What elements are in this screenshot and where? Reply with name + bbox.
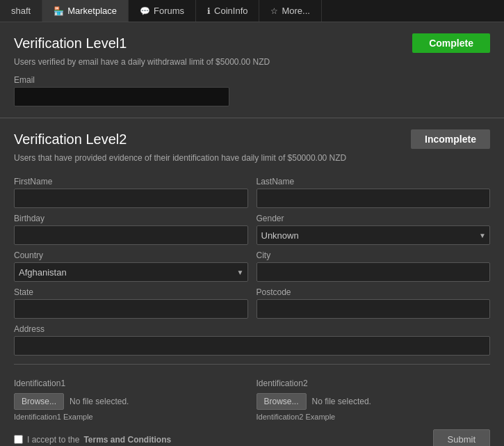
- level1-header: Verification Level1 Complete: [14, 33, 490, 53]
- email-label: Email: [14, 75, 490, 85]
- submit-button[interactable]: Submit: [433, 429, 490, 446]
- main-content: Verification Level1 Complete Users verif…: [0, 22, 504, 446]
- marketplace-icon: 🏪: [54, 6, 64, 16]
- id1-label: Identification1: [14, 379, 248, 388]
- level1-title: Verification Level1: [14, 35, 127, 51]
- address-input[interactable]: [14, 336, 490, 356]
- firstname-label: FirstName: [14, 177, 248, 186]
- city-input[interactable]: [257, 262, 491, 282]
- lastname-col: LastName: [257, 171, 491, 208]
- marketplace-label: Marketplace: [67, 6, 117, 16]
- birthday-gender-row: Birthday Gender Unknown Male Female: [14, 208, 490, 245]
- id2-filename: No file selected.: [312, 397, 371, 406]
- terms-checkbox[interactable]: [14, 435, 23, 444]
- country-select-wrapper: Afghanistan: [14, 262, 248, 282]
- level2-title: Verification Level2: [14, 132, 127, 148]
- lastname-input[interactable]: [257, 189, 491, 208]
- state-label: State: [14, 287, 248, 297]
- coininfo-label: CoinInfo: [214, 6, 247, 16]
- verification-level2-section: Verification Level2 Incomplete Users tha…: [0, 118, 504, 446]
- more-label: More...: [282, 6, 309, 16]
- birthday-col: Birthday: [14, 208, 248, 245]
- level2-badge: Incomplete: [411, 129, 490, 149]
- id1-file-row: Browse... No file selected.: [14, 393, 248, 410]
- tab-coininfo[interactable]: ℹ CoinInfo: [196, 0, 259, 22]
- coininfo-icon: ℹ: [207, 6, 211, 16]
- gender-label: Gender: [257, 214, 491, 223]
- tab-forums[interactable]: 💬 Forums: [129, 0, 196, 22]
- postcode-col: Postcode: [257, 282, 491, 319]
- divider: [14, 364, 490, 365]
- state-input[interactable]: [14, 299, 248, 319]
- nav-tabs: shaft 🏪 Marketplace 💬 Forums ℹ CoinInfo …: [0, 0, 504, 22]
- id2-browse-button[interactable]: Browse...: [257, 393, 307, 410]
- id1-col: Identification1 Browse... No file select…: [14, 373, 248, 421]
- state-postcode-row: State Postcode: [14, 282, 490, 319]
- terms-link[interactable]: Terms and Conditions: [83, 435, 171, 445]
- more-icon: ☆: [270, 6, 278, 16]
- birthday-input[interactable]: [14, 225, 248, 245]
- birthday-label: Birthday: [14, 214, 248, 223]
- lastname-label: LastName: [257, 177, 491, 186]
- id2-example: Identification2 Example: [257, 413, 491, 421]
- firstname-col: FirstName: [14, 171, 248, 208]
- gender-col: Gender Unknown Male Female: [257, 208, 491, 245]
- forums-icon: 💬: [140, 6, 150, 16]
- id1-filename: No file selected.: [70, 397, 129, 406]
- country-label: Country: [14, 250, 248, 260]
- level1-description: Users verified by email have a daily wit…: [14, 57, 490, 67]
- name-row: FirstName LastName: [14, 171, 490, 208]
- tab-marketplace[interactable]: 🏪 Marketplace: [42, 0, 129, 22]
- postcode-input[interactable]: [257, 299, 491, 319]
- verification-level1-section: Verification Level1 Complete Users verif…: [0, 22, 504, 118]
- city-col: City: [257, 245, 491, 282]
- postcode-label: Postcode: [257, 287, 491, 297]
- state-col: State: [14, 282, 248, 319]
- gender-select[interactable]: Unknown Male Female: [257, 225, 491, 245]
- gender-select-wrapper: Unknown Male Female: [257, 225, 491, 245]
- shaft-label: shaft: [11, 6, 31, 16]
- id1-browse-button[interactable]: Browse...: [14, 393, 64, 410]
- terms-label[interactable]: I accept to the Terms and Conditions: [14, 435, 171, 445]
- id1-example: Identification1 Example: [14, 413, 248, 421]
- firstname-input[interactable]: [14, 189, 248, 208]
- id2-label: Identification2: [257, 379, 491, 388]
- id2-col: Identification2 Browse... No file select…: [257, 373, 491, 421]
- tab-shaft[interactable]: shaft: [0, 0, 42, 22]
- country-select[interactable]: Afghanistan: [14, 262, 248, 282]
- address-col: Address: [14, 324, 490, 356]
- id2-file-row: Browse... No file selected.: [257, 393, 491, 410]
- level2-header: Verification Level2 Incomplete: [14, 129, 490, 149]
- terms-text: I accept to the: [27, 435, 79, 445]
- city-label: City: [257, 250, 491, 260]
- email-masked-value: [14, 87, 229, 106]
- address-label: Address: [14, 324, 490, 334]
- identification-row: Identification1 Browse... No file select…: [14, 373, 490, 421]
- country-col: Country Afghanistan: [14, 245, 248, 282]
- level1-badge: Complete: [412, 33, 490, 53]
- country-city-row: Country Afghanistan City: [14, 245, 490, 282]
- terms-submit-row: I accept to the Terms and Conditions Sub…: [14, 429, 490, 446]
- forums-label: Forums: [154, 6, 184, 16]
- tab-more[interactable]: ☆ More...: [259, 0, 321, 22]
- level2-description: Users that have provided evidence of the…: [14, 153, 490, 163]
